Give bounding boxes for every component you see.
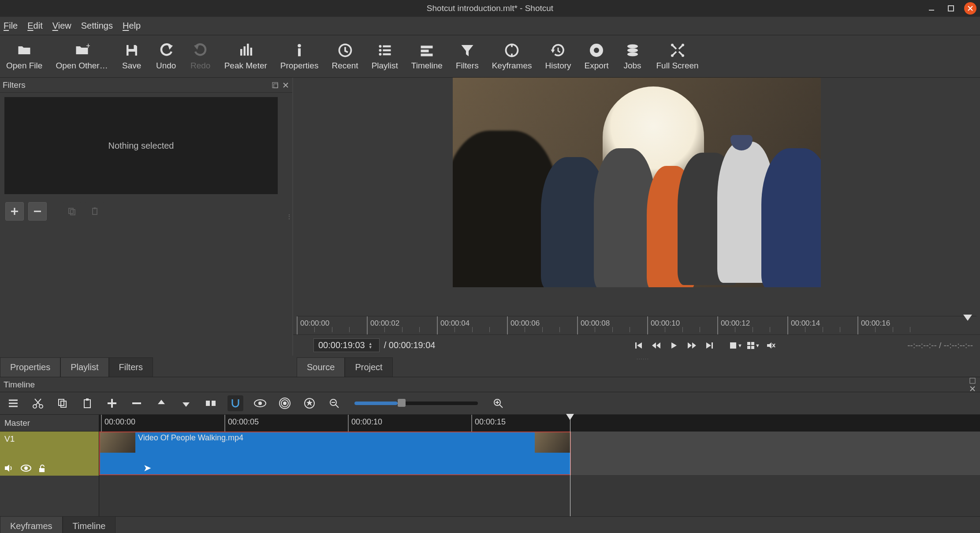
video-clip[interactable]: Video Of People Walking.mp4	[99, 432, 571, 475]
zoom-slider[interactable]	[354, 402, 478, 405]
ruler-tick: 00:00:16	[857, 316, 890, 334]
export-button[interactable]: Export	[582, 41, 611, 72]
menu-edit[interactable]: Edit	[27, 21, 42, 31]
zoom-out-button[interactable]	[326, 395, 342, 411]
minimize-button[interactable]	[925, 2, 938, 15]
total-time: / 00:00:19:04	[384, 340, 436, 350]
append-button[interactable]	[104, 395, 120, 411]
grid-button[interactable]: ▼	[747, 339, 760, 352]
svg-rect-12	[244, 46, 246, 56]
mute-icon[interactable]	[4, 464, 14, 473]
svg-rect-41	[272, 83, 278, 88]
overwrite-button[interactable]	[178, 395, 194, 411]
tab-properties[interactable]: Properties	[0, 357, 60, 377]
lift-button[interactable]	[153, 395, 169, 411]
svg-marker-57	[688, 342, 692, 349]
remove-filter-button[interactable]	[28, 202, 47, 221]
menu-file[interactable]: File	[4, 21, 18, 31]
close-button[interactable]	[964, 2, 976, 15]
scrub-button[interactable]	[252, 395, 268, 411]
properties-button[interactable]: Properties	[278, 41, 321, 72]
skip-start-button[interactable]	[632, 339, 645, 352]
hide-icon[interactable]	[20, 464, 32, 473]
ripple-button[interactable]	[277, 395, 293, 411]
undock-icon[interactable]	[271, 81, 279, 89]
svg-marker-31	[551, 49, 555, 53]
tab-timeline[interactable]: Timeline	[63, 516, 116, 533]
tab-playlist[interactable]: Playlist	[60, 357, 108, 377]
master-track-header[interactable]: Master	[0, 415, 99, 432]
svg-rect-65	[751, 346, 754, 349]
svg-rect-106	[39, 468, 45, 472]
titlebar: Shotcut introduction.mlt* - Shotcut	[0, 0, 980, 17]
current-time-box[interactable]: 00:00:19:03 ▲▼	[313, 338, 380, 352]
close-panel-icon[interactable]	[282, 81, 290, 89]
undo-button[interactable]: Undo	[153, 41, 179, 72]
volume-mute-button[interactable]	[764, 339, 778, 352]
maximize-button[interactable]	[945, 2, 957, 15]
close-timeline-icon[interactable]	[969, 385, 976, 393]
zoom-in-button[interactable]	[490, 395, 506, 411]
skip-end-button[interactable]	[703, 339, 716, 352]
svg-text:+: +	[86, 42, 90, 50]
lock-icon[interactable]	[38, 464, 47, 473]
menu-view[interactable]: View	[52, 21, 71, 31]
tab-source[interactable]: Source	[297, 357, 345, 377]
svg-point-38	[682, 44, 684, 46]
svg-line-77	[36, 399, 41, 405]
rewind-button[interactable]	[650, 339, 663, 352]
timeline-menu-button[interactable]	[5, 395, 21, 411]
menu-settings[interactable]: Settings	[81, 21, 113, 31]
svg-rect-88	[206, 401, 210, 406]
zoom-fit-button[interactable]: ▼	[729, 339, 742, 352]
snap-button[interactable]	[227, 395, 243, 411]
preview-ruler[interactable]: 00:00:0000:00:0200:00:0400:00:0600:00:08…	[297, 316, 976, 334]
fast-forward-button[interactable]	[685, 339, 698, 352]
history-button[interactable]: History	[542, 41, 574, 72]
tab-filters[interactable]: Filters	[109, 357, 153, 377]
time-stepper[interactable]: ▲▼	[369, 342, 375, 349]
full-screen-button[interactable]: Full Screen	[654, 41, 701, 72]
cut-button[interactable]	[30, 395, 46, 411]
jobs-button[interactable]: Jobs	[619, 41, 646, 72]
split-button[interactable]	[203, 395, 219, 411]
svg-rect-52	[635, 342, 637, 349]
track-row-v1[interactable]: Video Of People Walking.mp4 ➤	[99, 432, 980, 476]
menu-help[interactable]: Help	[123, 21, 141, 31]
resize-handle-horiz-icon[interactable]: ······	[637, 357, 649, 361]
in-out-time: --:--:--:-- / --:--:--:--	[907, 341, 973, 350]
ripple-all-button[interactable]	[302, 395, 317, 411]
timeline-button[interactable]: Timeline	[409, 41, 445, 72]
tracks-area[interactable]: 00:00:0000:00:0500:00:1000:00:15 Video O…	[99, 415, 980, 516]
keyframes-button[interactable]: Keyframes	[489, 41, 535, 72]
resize-handle-icon[interactable]: ⋮	[287, 214, 292, 220]
save-button[interactable]: Save	[119, 41, 145, 72]
ruler-tick: 00:00:04	[437, 316, 470, 334]
open-other-button[interactable]: +Open Other…	[53, 41, 110, 72]
svg-marker-87	[183, 402, 190, 407]
filters-button[interactable]: Filters	[453, 41, 481, 72]
playlist-button[interactable]: Playlist	[369, 41, 401, 72]
paste-button[interactable]	[79, 395, 95, 411]
svg-rect-64	[747, 346, 750, 349]
undock-timeline-icon[interactable]	[969, 377, 976, 385]
recent-button[interactable]: Recent	[329, 41, 361, 72]
remove-button[interactable]	[129, 395, 145, 411]
play-button[interactable]	[667, 339, 681, 352]
ruler-tick: 00:00:10	[647, 316, 680, 334]
tab-keyframes[interactable]: Keyframes	[0, 516, 63, 533]
redo-button[interactable]: Redo	[187, 41, 214, 72]
ruler-tick: 00:00:02	[367, 316, 399, 334]
tab-project[interactable]: Project	[345, 357, 392, 377]
v1-track-header[interactable]: V1	[0, 432, 99, 476]
current-time: 00:00:19:03	[318, 340, 365, 350]
video-preview[interactable]	[453, 78, 821, 287]
preview-ruler-playhead-icon[interactable]	[963, 315, 972, 321]
timeline-toolbar	[0, 392, 980, 415]
timeline-playhead[interactable]	[570, 415, 570, 516]
add-filter-button[interactable]	[5, 202, 24, 221]
timeline-ruler[interactable]: 00:00:0000:00:0500:00:1000:00:15	[99, 415, 980, 432]
peak-meter-button[interactable]: Peak Meter	[222, 41, 270, 72]
open-file-button[interactable]: Open File	[4, 41, 45, 72]
copy-button[interactable]	[55, 395, 71, 411]
